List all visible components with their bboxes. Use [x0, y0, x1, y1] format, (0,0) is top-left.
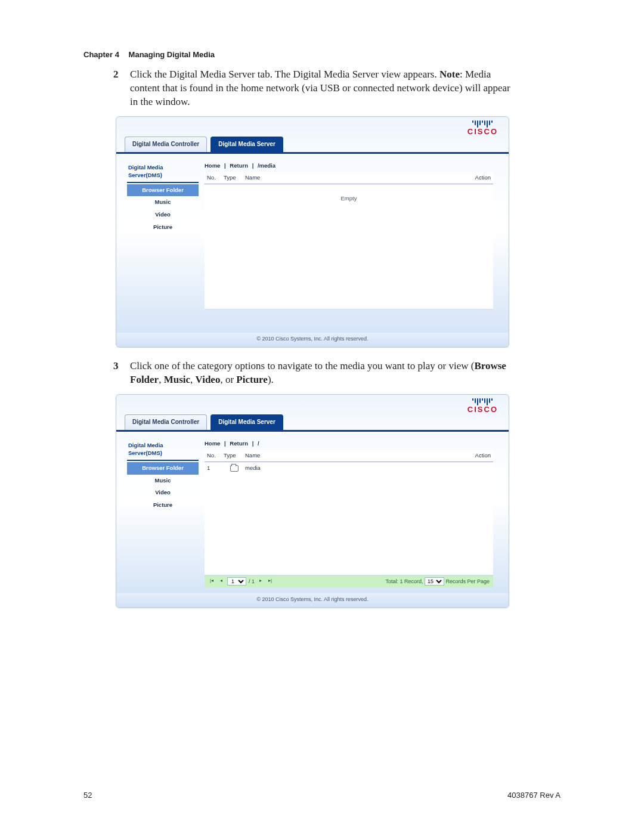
col-type: Type	[224, 452, 245, 460]
pager-total: Total: 1 Record,	[385, 578, 423, 584]
pager-prev-icon[interactable]: ◂	[218, 578, 225, 585]
sidebar-item-video[interactable]: Video	[127, 209, 199, 221]
crumb-home[interactable]: Home	[205, 440, 220, 447]
step-number: 2	[113, 68, 122, 109]
screenshot-dms-empty: CISCO Digital Media Controller Digital M…	[116, 116, 509, 348]
sidebar-item-browser-folder[interactable]: Browser Folder	[127, 184, 199, 197]
col-no: No.	[207, 452, 224, 460]
screenshot-dms-root: CISCO Digital Media Controller Digital M…	[116, 394, 509, 608]
pager-page-select[interactable]: 1	[227, 577, 246, 586]
cisco-wordmark: CISCO	[467, 406, 498, 413]
tab-dmc[interactable]: Digital Media Controller	[125, 414, 207, 431]
crumb-path: /	[258, 440, 259, 447]
list-area: Empty	[205, 184, 493, 309]
list-area: 1 media	[205, 462, 493, 575]
sidebar-item-music[interactable]: Music	[127, 475, 199, 487]
col-no: No.	[207, 174, 224, 182]
pager: |◂ ◂ 1 / 1 ▸ ▸| Total: 1 Record,	[205, 575, 493, 587]
col-name: Name	[245, 452, 455, 460]
row-name: media	[245, 465, 491, 472]
col-name: Name	[245, 174, 455, 182]
breadcrumb: Home | Return | /	[205, 440, 493, 450]
sidebar-item-video[interactable]: Video	[127, 487, 199, 499]
step-text: Click the Digital Media Server tab. The …	[130, 68, 513, 109]
pager-of-label: / 1	[249, 578, 255, 585]
doc-id: 4038767 Rev A	[507, 791, 561, 800]
step-number: 3	[113, 360, 122, 387]
table-row[interactable]: 1 media	[205, 462, 493, 475]
crumb-path: /media	[258, 162, 275, 169]
chapter-label: Chapter 4	[83, 50, 119, 59]
step-3: 3 Click one of the category options to n…	[113, 360, 513, 387]
chapter-header: Chapter 4 Managing Digital Media	[83, 50, 215, 59]
col-action: Action	[455, 452, 491, 460]
sidebar-title: Digital Media Server(DMS)	[127, 162, 199, 183]
sidebar-item-picture[interactable]: Picture	[127, 499, 199, 512]
step-text: Click one of the category options to nav…	[130, 360, 513, 387]
page-footer: 52 4038767 Rev A	[83, 791, 561, 800]
step-2: 2 Click the Digital Media Server tab. Th…	[113, 68, 513, 109]
crumb-home[interactable]: Home	[205, 162, 220, 169]
breadcrumb: Home | Return | /media	[205, 162, 493, 172]
pager-last-icon[interactable]: ▸|	[267, 578, 274, 585]
crumb-return[interactable]: Return	[230, 440, 248, 447]
cisco-logo: CISCO	[467, 398, 498, 413]
row-no: 1	[207, 465, 224, 472]
sidebar-item-picture[interactable]: Picture	[127, 221, 199, 234]
chapter-title: Managing Digital Media	[129, 50, 215, 59]
page-number: 52	[83, 791, 92, 800]
cisco-logo: CISCO	[467, 120, 498, 135]
sidebar-title: Digital Media Server(DMS)	[127, 440, 199, 461]
cisco-wordmark: CISCO	[467, 128, 498, 135]
app-copyright: © 2010 Cisco Systems, Inc. All rights re…	[116, 593, 509, 608]
sidebar-item-browser-folder[interactable]: Browser Folder	[127, 462, 199, 475]
empty-message: Empty	[341, 195, 357, 203]
sidebar-item-music[interactable]: Music	[127, 196, 199, 209]
tab-dms[interactable]: Digital Media Server	[210, 414, 283, 431]
col-action: Action	[455, 174, 491, 182]
tab-dmc[interactable]: Digital Media Controller	[125, 137, 207, 153]
pager-perpage-label: Records Per Page	[445, 578, 490, 584]
col-type: Type	[224, 174, 245, 182]
tab-dms[interactable]: Digital Media Server	[210, 137, 283, 153]
pager-perpage-select[interactable]: 15	[425, 577, 444, 586]
pager-first-icon[interactable]: |◂	[208, 578, 215, 585]
list-header: No. Type Name Action	[205, 172, 493, 184]
list-header: No. Type Name Action	[205, 450, 493, 462]
folder-icon	[230, 465, 239, 472]
crumb-return[interactable]: Return	[230, 162, 248, 169]
app-copyright: © 2010 Cisco Systems, Inc. All rights re…	[116, 333, 509, 347]
pager-next-icon[interactable]: ▸	[257, 578, 264, 585]
